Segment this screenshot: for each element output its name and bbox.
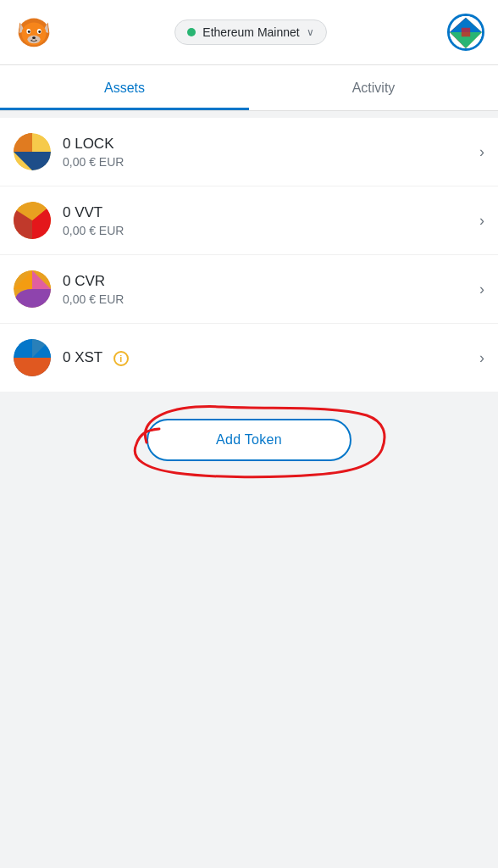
token-info-vvt: 0 VVT 0,00 € EUR <box>63 204 473 237</box>
svg-point-9 <box>28 31 30 33</box>
add-token-scribble-container: Add Token <box>147 419 351 461</box>
token-icon-vvt <box>14 202 51 239</box>
network-name-label: Ethereum Mainnet <box>202 25 299 39</box>
token-icon-xst <box>14 339 51 376</box>
add-token-area: Add Token <box>0 392 498 495</box>
main-tabs: Assets Activity <box>0 65 498 111</box>
token-item-vvt[interactable]: 0 VVT 0,00 € EUR › <box>0 186 498 255</box>
token-info-lock: 0 LOCK 0,00 € EUR <box>63 136 473 169</box>
token-item-cvr[interactable]: 0 CVR 0,00 € EUR › <box>0 255 498 324</box>
token-icon-cvr <box>14 270 51 308</box>
account-avatar[interactable] <box>447 14 484 51</box>
token-info-xst: 0 XST i <box>63 349 473 366</box>
app-header: Ethereum Mainnet ∨ <box>0 0 498 65</box>
svg-point-10 <box>38 31 41 33</box>
token-value-vvt: 0,00 € EUR <box>63 224 473 237</box>
token-name-cvr: 0 CVR <box>63 273 473 290</box>
token-icon-lock <box>14 133 51 170</box>
tab-assets[interactable]: Assets <box>0 65 249 110</box>
add-token-button[interactable]: Add Token <box>147 419 351 461</box>
tab-activity[interactable]: Activity <box>249 65 498 110</box>
token-list: 0 LOCK 0,00 € EUR › 0 VVT 0,00 € EUR › <box>0 118 498 392</box>
token-info-cvr: 0 CVR 0,00 € EUR <box>63 273 473 306</box>
token-name-lock: 0 LOCK <box>63 136 473 153</box>
token-item-lock[interactable]: 0 LOCK 0,00 € EUR › <box>0 118 498 186</box>
chevron-right-cvr: › <box>479 281 484 298</box>
chevron-right-lock: › <box>479 143 484 161</box>
chevron-right-vvt: › <box>479 212 484 230</box>
token-value-cvr: 0,00 € EUR <box>63 292 473 306</box>
chevron-right-xst: › <box>479 349 484 367</box>
info-icon-xst[interactable]: i <box>113 351 129 366</box>
network-selector[interactable]: Ethereum Mainnet ∨ <box>174 19 326 45</box>
token-name-vvt: 0 VVT <box>63 204 473 221</box>
network-status-dot <box>187 28 196 36</box>
token-value-lock: 0,00 € EUR <box>63 155 473 169</box>
svg-point-11 <box>32 36 36 39</box>
metamask-logo <box>14 10 54 54</box>
network-chevron-icon: ∨ <box>307 26 314 38</box>
token-name-xst: 0 XST <box>63 349 102 365</box>
token-item-xst[interactable]: 0 XST i › <box>0 324 498 392</box>
